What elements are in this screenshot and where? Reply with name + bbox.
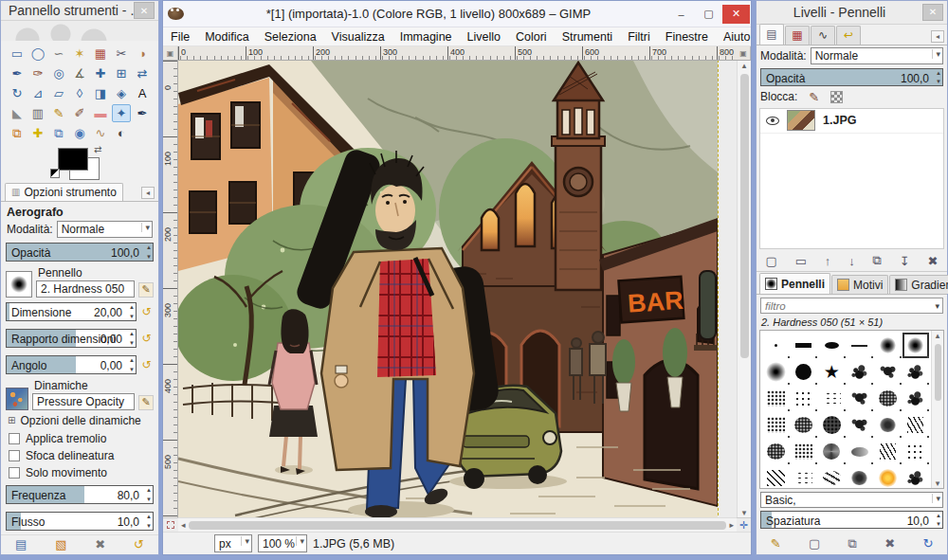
duplicate-layer-button[interactable]: ⧉ bbox=[873, 253, 882, 268]
menu-item[interactable]: Livello bbox=[460, 27, 508, 45]
brush-thumbnail[interactable] bbox=[762, 333, 790, 358]
brush-thumbnail[interactable] bbox=[847, 359, 874, 385]
lower-layer-button[interactable]: ↓ bbox=[848, 254, 855, 268]
perspective-tool[interactable]: ◊ bbox=[70, 84, 89, 102]
brush-thumbnail[interactable] bbox=[847, 386, 874, 411]
menu-item[interactable]: Filtri bbox=[620, 27, 658, 45]
navigation-button[interactable]: ✛ bbox=[737, 517, 751, 532]
save-options-button[interactable]: ▤ bbox=[15, 537, 27, 551]
tab-undo-history[interactable]: ↩ bbox=[836, 26, 861, 45]
dynamics-field[interactable]: Pressure Opacity bbox=[32, 393, 135, 410]
default-colors-icon[interactable] bbox=[50, 169, 60, 178]
brush-thumbnail[interactable] bbox=[874, 359, 902, 385]
edit-brush-icon[interactable]: ✎ bbox=[138, 282, 154, 298]
spacing-slider[interactable]: Spaziatura10,0 ▲▼ bbox=[760, 511, 943, 529]
paths-tool[interactable]: ✒ bbox=[8, 64, 27, 82]
brush-scrollbar[interactable]: ▴ ▾ bbox=[931, 331, 943, 488]
aspect-ratio-slider[interactable]: Rapporto dimensioni0,00 ▲▼ bbox=[6, 329, 137, 348]
menu-item[interactable]: Finestre bbox=[658, 27, 716, 45]
scroll-down-icon[interactable]: ▾ bbox=[742, 508, 747, 517]
unit-select[interactable]: px▾ bbox=[214, 534, 252, 552]
size-slider[interactable]: Dimensione20,00 ▲▼ bbox=[6, 302, 137, 321]
close-button[interactable]: ✕ bbox=[722, 5, 750, 24]
fuzzy-select-tool[interactable]: ✶ bbox=[70, 45, 89, 63]
eraser-tool[interactable]: ▬ bbox=[91, 104, 110, 122]
scissors-select-tool[interactable]: ✂ bbox=[112, 45, 131, 63]
brush-thumbnail[interactable] bbox=[874, 465, 902, 488]
tab-menu-icon[interactable]: ◂ bbox=[141, 187, 155, 199]
color-picker-tool[interactable]: ✑ bbox=[28, 64, 47, 82]
brush-thumbnail[interactable] bbox=[791, 359, 818, 385]
scroll-right-icon[interactable]: ▸ bbox=[729, 520, 734, 530]
anchor-layer-button[interactable]: ↧ bbox=[900, 254, 910, 268]
new-layer-button[interactable]: ▢ bbox=[765, 254, 776, 268]
brush-thumbnail[interactable] bbox=[791, 386, 818, 411]
delete-options-button[interactable]: ✖ bbox=[95, 537, 105, 551]
toolbox-titlebar[interactable]: Pannello strumenti - ... ✕ bbox=[1, 1, 158, 21]
horizontal-scrollbar[interactable]: ◂ ▸ bbox=[178, 517, 737, 532]
spinner-icons[interactable]: ▲▼ bbox=[146, 244, 152, 261]
blur-sharpen-tool[interactable]: ◉ bbox=[70, 124, 89, 142]
menu-item[interactable]: Colori bbox=[508, 27, 555, 45]
brush-thumbnail[interactable] bbox=[902, 386, 930, 411]
vertical-ruler[interactable]: 0100200300400500600 bbox=[163, 61, 178, 517]
tab-menu-icon[interactable]: ◂ bbox=[931, 30, 944, 43]
scale-tool[interactable]: ⊿ bbox=[28, 84, 47, 102]
menu-item[interactable]: File bbox=[163, 27, 197, 45]
dock-titlebar[interactable]: Livelli - Pennelli ✕ bbox=[757, 1, 947, 25]
zoom-tool[interactable]: ◎ bbox=[49, 64, 68, 82]
dodge-burn-tool[interactable]: ◐ bbox=[112, 124, 131, 142]
tab-layers[interactable]: ▤ bbox=[759, 24, 784, 45]
zoom-select[interactable]: 100 %▾ bbox=[258, 534, 307, 552]
maximize-button[interactable]: ▢ bbox=[695, 5, 722, 24]
paint-mode-select[interactable]: Normale▾ bbox=[57, 221, 153, 238]
vscroll-thumb[interactable] bbox=[740, 74, 749, 358]
select-by-color-tool[interactable]: ▦ bbox=[91, 45, 110, 63]
checkbox-motion-only[interactable]: Solo movimento bbox=[1, 464, 158, 481]
checkbox-smooth-stroke[interactable]: Sfoca delineatura bbox=[1, 447, 158, 464]
brush-thumbnail[interactable] bbox=[874, 333, 902, 358]
foreground-select-tool[interactable]: ◑ bbox=[133, 45, 152, 63]
brush-thumbnail[interactable] bbox=[874, 439, 902, 464]
cage-transform-tool[interactable]: ◈ bbox=[112, 84, 131, 102]
ruler-origin-button[interactable]: ▣ bbox=[163, 46, 178, 61]
brush-thumbnail[interactable] bbox=[847, 412, 874, 438]
reset-aspect-icon[interactable]: ↺ bbox=[139, 331, 154, 345]
measure-tool[interactable]: ∡ bbox=[70, 64, 89, 82]
edit-dynamics-icon[interactable]: ✎ bbox=[138, 395, 154, 410]
brush-thumbnail[interactable] bbox=[847, 465, 874, 488]
layer-row[interactable]: 1.JPG bbox=[760, 109, 943, 134]
tab-channels[interactable]: ▦ bbox=[785, 26, 810, 45]
brush-thumbnail[interactable] bbox=[902, 412, 930, 438]
menu-item[interactable]: Aiuto bbox=[716, 27, 758, 45]
delete-brush-button[interactable]: ✖ bbox=[884, 536, 895, 551]
tab-patterns[interactable]: Motivi bbox=[831, 275, 888, 294]
brush-thumbnail[interactable] bbox=[874, 386, 902, 411]
tab-gradients[interactable]: Gradienti bbox=[889, 275, 948, 294]
hscroll-thumb[interactable] bbox=[189, 521, 727, 530]
dynamics-icon[interactable] bbox=[6, 388, 28, 410]
restore-options-button[interactable]: ▧ bbox=[55, 537, 66, 551]
brush-thumbnail[interactable] bbox=[818, 439, 846, 464]
brush-thumbnail[interactable] bbox=[818, 359, 846, 385]
pencil-tool[interactable]: ✎ bbox=[49, 104, 68, 122]
reset-angle-icon[interactable]: ↺ bbox=[139, 357, 154, 371]
new-brush-button[interactable]: ▢ bbox=[809, 536, 820, 551]
ink-tool[interactable]: ✒ bbox=[133, 104, 152, 122]
angle-slider[interactable]: Angolo0,00 ▲▼ bbox=[6, 355, 137, 374]
layer-opacity-slider[interactable]: Opacità100,0 ▲▼ bbox=[760, 68, 943, 86]
brush-thumbnail[interactable] bbox=[762, 412, 790, 438]
heal-tool[interactable]: ✚ bbox=[28, 124, 47, 142]
brush-thumbnail[interactable] bbox=[818, 412, 846, 438]
move-tool[interactable]: ✚ bbox=[91, 64, 110, 82]
layer-mode-select[interactable]: Normale▾ bbox=[811, 47, 943, 64]
free-select-tool[interactable]: ∽ bbox=[49, 45, 68, 63]
brush-thumbnail[interactable] bbox=[874, 412, 902, 438]
brush-thumbnail[interactable] bbox=[791, 412, 818, 438]
brush-thumbnail[interactable] bbox=[791, 465, 818, 488]
ellipse-select-tool[interactable]: ◯ bbox=[28, 45, 47, 63]
brush-thumbnail[interactable] bbox=[762, 439, 790, 464]
flow-slider[interactable]: Flusso10,0 ▲▼ bbox=[6, 512, 154, 531]
tab-tool-options[interactable]: ▥ Opzioni strumento bbox=[5, 183, 123, 201]
paintbrush-tool[interactable]: ✐ bbox=[70, 104, 89, 122]
